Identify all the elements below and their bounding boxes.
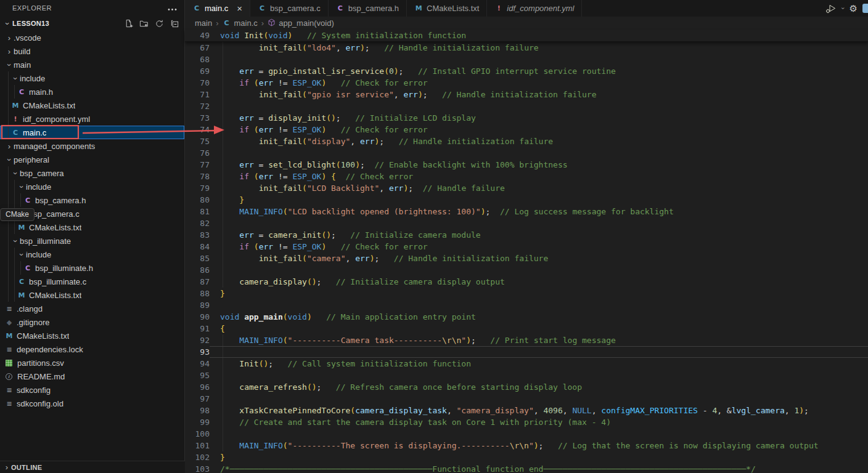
tab-bsp_camera.h[interactable]: Cbsp_camera.h <box>329 0 407 17</box>
tree-item-main.c[interactable]: Cmain.c <box>0 126 184 139</box>
workspace-header[interactable]: › LESSON13 <box>0 16 184 31</box>
code-line-103[interactable]: 103/*───────────────────────────────────… <box>185 463 868 473</box>
line-content: camera_display(); // Initialize camera d… <box>210 276 868 288</box>
code-line-68[interactable]: 68 <box>185 54 868 65</box>
tree-item-dependencies.lock[interactable]: ≡dependencies.lock <box>0 342 184 356</box>
tree-item-bsp_camera.h[interactable]: Cbsp_camera.h <box>0 193 184 207</box>
tree-item-bsp_camera[interactable]: ›bsp_camera <box>0 166 184 180</box>
code-line-77[interactable]: 77 err = set_lcd_blight(100); // Enable … <box>185 159 868 171</box>
line-content: init_fail("LCD Backlight", err); // Hand… <box>210 182 868 194</box>
tab-idf_component.yml[interactable]: !idf_component.yml <box>487 0 582 17</box>
tab-CMakeLists.txt[interactable]: MCMakeLists.txt <box>407 0 487 17</box>
code-line-97[interactable]: 97 <box>185 393 868 405</box>
code-line-84[interactable]: 84 if (err != ESP_OK) // Check for error <box>185 241 868 253</box>
code-line-72[interactable]: 72 <box>185 100 868 112</box>
tree-item-main.h[interactable]: Cmain.h <box>0 85 184 99</box>
tab-bsp_camera.c[interactable]: Cbsp_camera.c <box>250 0 329 17</box>
tree-item-label: partitions.csv <box>17 358 64 368</box>
tree-item-.clangd[interactable]: ≡.clangd <box>0 302 184 315</box>
tree-item-managed_components[interactable]: ›managed_components <box>0 139 184 153</box>
tree-item-README.md[interactable]: iREADME.md <box>0 370 184 383</box>
code-line-86[interactable]: 86 <box>185 264 868 276</box>
refresh-icon[interactable] <box>155 19 164 28</box>
tree-item-CMakeLists.txt[interactable]: MCMakeLists.txt <box>0 220 184 234</box>
tree-item-CMakeLists.txt[interactable]: MCMakeLists.txt <box>0 288 184 302</box>
code-line-90[interactable]: 90void app_main(void) // Main applicatio… <box>185 311 868 323</box>
code-line-93[interactable]: 93 <box>185 346 868 358</box>
tree-item-CMakeLists.txt[interactable]: MCMakeLists.txt <box>0 329 184 342</box>
code-line-98[interactable]: 98 xTaskCreatePinnedToCore(camera_displa… <box>185 405 868 416</box>
code-line-88[interactable]: 88} <box>185 288 868 299</box>
tree-item-include[interactable]: ›include <box>0 180 184 193</box>
tree-item-sdkconfig.old[interactable]: ≡sdkconfig.old <box>0 397 184 410</box>
code-line-79[interactable]: 79 init_fail("LCD Backlight", err); // H… <box>185 182 868 194</box>
tab-main.c[interactable]: Cmain.c× <box>185 0 250 17</box>
line-content: init_fail("ldo4", err); // Handle initia… <box>210 42 868 54</box>
run-build-icon[interactable] <box>825 3 837 14</box>
code-line-94[interactable]: 94 Init(); // Call system initialization… <box>185 358 868 370</box>
tab-label: CMakeLists.txt <box>427 4 479 13</box>
code-line-83[interactable]: 83 err = camera_init(); // Initialize ca… <box>185 229 868 241</box>
more-actions-icon[interactable] <box>168 2 177 14</box>
tree-item-bsp_illuminate[interactable]: ›bsp_illuminate <box>0 234 184 248</box>
tree-item-peripheral[interactable]: ›peripheral <box>0 153 184 166</box>
tree-item-.vscode[interactable]: ›.vscode <box>0 31 184 44</box>
run-dropdown-chevron-icon[interactable]: › <box>840 7 846 9</box>
code-line-102[interactable]: 102} <box>185 451 868 463</box>
tree-item-label: bsp_illuminate.c <box>29 277 86 286</box>
code-line-76[interactable]: 76 <box>185 147 868 159</box>
line-number: 80 <box>185 194 210 206</box>
tree-item-include[interactable]: ›include <box>0 71 184 85</box>
code-line-78[interactable]: 78 if (err != ESP_OK) { // Check error <box>185 171 868 182</box>
settings-gear-icon[interactable]: ⚙ <box>850 3 858 14</box>
tree-item-bsp_illuminate.c[interactable]: Cbsp_illuminate.c <box>0 275 184 288</box>
line-content: // Create and start the camera display t… <box>210 416 868 428</box>
tree-item-CMakeLists.txt[interactable]: MCMakeLists.txt <box>0 99 184 112</box>
code-line-80[interactable]: 80 } <box>185 194 868 206</box>
tree-item-.gitignore[interactable]: ◆.gitignore <box>0 315 184 329</box>
code-line-49[interactable]: 49void Init(void) // System initializati… <box>185 30 868 41</box>
code-line-89[interactable]: 89 <box>185 299 868 311</box>
line-number: 100 <box>185 428 210 440</box>
outline-section-header[interactable]: › OUTLINE <box>0 461 185 473</box>
code-line-71[interactable]: 71 init_fail("gpio isr service", err); /… <box>185 89 868 100</box>
code-line-100[interactable]: 100 <box>185 428 868 440</box>
code-line-81[interactable]: 81 MAIN_INFO("LCD backlight opened (brig… <box>185 206 868 217</box>
code-editor[interactable]: 49void Init(void) // System initializati… <box>185 30 868 473</box>
tree-item-partitions.csv[interactable]: partitions.csv <box>0 356 184 370</box>
new-folder-icon[interactable] <box>139 19 149 28</box>
breadcrumb-item-main.c[interactable]: Cmain.c <box>223 18 258 28</box>
close-icon[interactable]: × <box>237 4 242 13</box>
breadcrumb-item-app_main(void)[interactable]: app_main(void) <box>268 18 334 28</box>
code-line-92[interactable]: 92 MAIN_INFO("----------Camera task-----… <box>185 334 868 346</box>
code-line-75[interactable]: 75 init_fail("display", err); // Handle … <box>185 135 868 147</box>
tree-item-include[interactable]: ›include <box>0 248 184 261</box>
code-line-99[interactable]: 99 // Create and start the camera displa… <box>185 416 868 428</box>
code-line-67[interactable]: 67 init_fail("ldo4", err); // Handle ini… <box>185 42 868 54</box>
code-line-101[interactable]: 101 MAIN_INFO("----------The screen is d… <box>185 440 868 451</box>
cmake-file-icon: M <box>17 224 26 232</box>
code-line-82[interactable]: 82 <box>185 217 868 229</box>
sticky-scroll-line[interactable]: 49void Init(void) // System initializati… <box>185 30 868 42</box>
tree-item-build[interactable]: ›build <box>0 44 184 58</box>
line-number: 72 <box>185 100 210 112</box>
breadcrumb-item-main[interactable]: main <box>195 18 212 28</box>
code-line-70[interactable]: 70 if (err != ESP_OK) // Check for error <box>185 77 868 89</box>
code-line-91[interactable]: 91{ <box>185 323 868 334</box>
tree-item-sdkconfig[interactable]: ≡sdkconfig <box>0 383 184 397</box>
new-file-icon[interactable] <box>124 19 133 28</box>
tree-item-main[interactable]: ›main <box>0 58 184 71</box>
collapse-all-icon[interactable] <box>170 19 179 28</box>
code-line-69[interactable]: 69 err = gpio_install_isr_service(0); //… <box>185 65 868 77</box>
symbol-method-icon <box>268 18 276 28</box>
tree-item-bsp_illuminate.h[interactable]: Cbsp_illuminate.h <box>0 261 184 275</box>
code-line-96[interactable]: 96 camera_refresh(); // Refresh camera o… <box>185 381 868 393</box>
code-line-87[interactable]: 87 camera_display(); // Initialize camer… <box>185 276 868 288</box>
code-line-95[interactable]: 95 <box>185 370 868 381</box>
tree-item-label: README.md <box>17 372 65 381</box>
code-line-73[interactable]: 73 err = display_init(); // Initialize L… <box>185 112 868 124</box>
split-editor-icon[interactable] <box>862 4 868 13</box>
code-line-85[interactable]: 85 init_fail("camera", err); // Handle i… <box>185 253 868 264</box>
tree-item-idf_component.yml[interactable]: !idf_component.yml <box>0 112 184 126</box>
code-line-74[interactable]: 74 if (err != ESP_OK) // Check for error <box>185 124 868 135</box>
